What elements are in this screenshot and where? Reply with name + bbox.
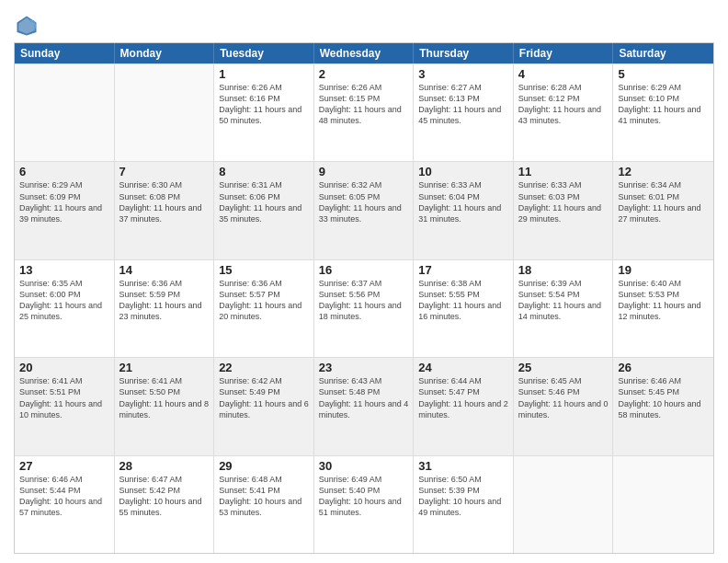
day-info: Sunrise: 6:40 AM Sunset: 5:53 PM Dayligh… bbox=[618, 278, 709, 323]
table-row: 26Sunrise: 6:46 AM Sunset: 5:45 PM Dayli… bbox=[613, 358, 713, 454]
day-number: 31 bbox=[418, 459, 508, 473]
day-info: Sunrise: 6:47 AM Sunset: 5:42 PM Dayligh… bbox=[119, 474, 210, 519]
day-number: 5 bbox=[618, 67, 709, 81]
table-row bbox=[15, 64, 115, 161]
day-info: Sunrise: 6:33 AM Sunset: 6:03 PM Dayligh… bbox=[518, 179, 609, 224]
day-number: 7 bbox=[119, 165, 210, 178]
table-row: 21Sunrise: 6:41 AM Sunset: 5:50 PM Dayli… bbox=[115, 358, 215, 454]
day-info: Sunrise: 6:26 AM Sunset: 6:15 PM Dayligh… bbox=[319, 82, 409, 127]
calendar-week-3: 13Sunrise: 6:35 AM Sunset: 6:00 PM Dayli… bbox=[15, 259, 713, 357]
calendar-week-2: 6Sunrise: 6:29 AM Sunset: 6:09 PM Daylig… bbox=[15, 161, 713, 259]
day-number: 14 bbox=[119, 263, 210, 277]
day-info: Sunrise: 6:48 AM Sunset: 5:41 PM Dayligh… bbox=[219, 474, 309, 519]
logo-icon bbox=[14, 13, 40, 39]
table-row: 8Sunrise: 6:31 AM Sunset: 6:06 PM Daylig… bbox=[214, 162, 314, 259]
table-row: 15Sunrise: 6:36 AM Sunset: 5:57 PM Dayli… bbox=[214, 260, 314, 357]
day-number: 20 bbox=[19, 361, 109, 374]
day-number: 23 bbox=[319, 361, 409, 374]
calendar-week-1: 1Sunrise: 6:26 AM Sunset: 6:16 PM Daylig… bbox=[15, 63, 713, 161]
day-info: Sunrise: 6:45 AM Sunset: 5:46 PM Dayligh… bbox=[518, 375, 609, 420]
header-day-saturday: Saturday bbox=[613, 43, 713, 63]
day-info: Sunrise: 6:27 AM Sunset: 6:13 PM Dayligh… bbox=[418, 82, 508, 127]
table-row: 31Sunrise: 6:50 AM Sunset: 5:39 PM Dayli… bbox=[414, 456, 514, 553]
day-number: 16 bbox=[319, 263, 409, 277]
day-number: 19 bbox=[618, 263, 709, 277]
header-day-tuesday: Tuesday bbox=[214, 43, 314, 63]
day-info: Sunrise: 6:36 AM Sunset: 5:59 PM Dayligh… bbox=[119, 278, 210, 323]
day-info: Sunrise: 6:46 AM Sunset: 5:45 PM Dayligh… bbox=[618, 375, 709, 420]
day-info: Sunrise: 6:41 AM Sunset: 5:51 PM Dayligh… bbox=[19, 375, 109, 420]
calendar-body: 1Sunrise: 6:26 AM Sunset: 6:16 PM Daylig… bbox=[15, 63, 713, 553]
day-number: 1 bbox=[219, 67, 309, 81]
table-row: 29Sunrise: 6:48 AM Sunset: 5:41 PM Dayli… bbox=[214, 456, 314, 553]
day-number: 12 bbox=[618, 165, 709, 178]
table-row: 11Sunrise: 6:33 AM Sunset: 6:03 PM Dayli… bbox=[514, 162, 614, 259]
day-number: 28 bbox=[119, 459, 210, 473]
table-row: 10Sunrise: 6:33 AM Sunset: 6:04 PM Dayli… bbox=[414, 162, 514, 259]
day-info: Sunrise: 6:30 AM Sunset: 6:08 PM Dayligh… bbox=[119, 179, 210, 224]
table-row: 17Sunrise: 6:38 AM Sunset: 5:55 PM Dayli… bbox=[414, 260, 514, 357]
header bbox=[14, 9, 714, 39]
table-row: 4Sunrise: 6:28 AM Sunset: 6:12 PM Daylig… bbox=[514, 64, 614, 161]
header-day-thursday: Thursday bbox=[414, 43, 514, 63]
day-info: Sunrise: 6:37 AM Sunset: 5:56 PM Dayligh… bbox=[319, 278, 409, 323]
header-day-friday: Friday bbox=[514, 43, 614, 63]
day-number: 9 bbox=[319, 165, 409, 178]
day-info: Sunrise: 6:44 AM Sunset: 5:47 PM Dayligh… bbox=[418, 375, 508, 420]
day-number: 27 bbox=[19, 459, 109, 473]
day-info: Sunrise: 6:42 AM Sunset: 5:49 PM Dayligh… bbox=[219, 375, 309, 420]
day-info: Sunrise: 6:31 AM Sunset: 6:06 PM Dayligh… bbox=[219, 179, 309, 224]
day-info: Sunrise: 6:28 AM Sunset: 6:12 PM Dayligh… bbox=[518, 82, 609, 127]
table-row: 7Sunrise: 6:30 AM Sunset: 6:08 PM Daylig… bbox=[115, 162, 215, 259]
table-row: 30Sunrise: 6:49 AM Sunset: 5:40 PM Dayli… bbox=[314, 456, 415, 553]
day-number: 15 bbox=[219, 263, 309, 277]
day-number: 25 bbox=[518, 361, 609, 374]
table-row: 12Sunrise: 6:34 AM Sunset: 6:01 PM Dayli… bbox=[613, 162, 713, 259]
table-row: 22Sunrise: 6:42 AM Sunset: 5:49 PM Dayli… bbox=[214, 358, 314, 454]
day-info: Sunrise: 6:29 AM Sunset: 6:09 PM Dayligh… bbox=[19, 179, 109, 224]
table-row: 13Sunrise: 6:35 AM Sunset: 6:00 PM Dayli… bbox=[15, 260, 115, 357]
calendar-week-5: 27Sunrise: 6:46 AM Sunset: 5:44 PM Dayli… bbox=[15, 455, 713, 553]
table-row: 27Sunrise: 6:46 AM Sunset: 5:44 PM Dayli… bbox=[15, 456, 115, 553]
day-number: 6 bbox=[19, 165, 109, 178]
page: SundayMondayTuesdayWednesdayThursdayFrid… bbox=[0, 0, 728, 563]
day-number: 4 bbox=[518, 67, 609, 81]
table-row: 28Sunrise: 6:47 AM Sunset: 5:42 PM Dayli… bbox=[115, 456, 215, 553]
day-number: 17 bbox=[418, 263, 508, 277]
table-row: 5Sunrise: 6:29 AM Sunset: 6:10 PM Daylig… bbox=[613, 64, 713, 161]
table-row: 9Sunrise: 6:32 AM Sunset: 6:05 PM Daylig… bbox=[314, 162, 415, 259]
calendar-week-4: 20Sunrise: 6:41 AM Sunset: 5:51 PM Dayli… bbox=[15, 357, 713, 454]
day-info: Sunrise: 6:43 AM Sunset: 5:48 PM Dayligh… bbox=[319, 375, 409, 420]
header-day-monday: Monday bbox=[115, 43, 215, 63]
calendar: SundayMondayTuesdayWednesdayThursdayFrid… bbox=[14, 42, 714, 554]
table-row: 20Sunrise: 6:41 AM Sunset: 5:51 PM Dayli… bbox=[15, 358, 115, 454]
calendar-header-row: SundayMondayTuesdayWednesdayThursdayFrid… bbox=[15, 43, 713, 63]
table-row: 25Sunrise: 6:45 AM Sunset: 5:46 PM Dayli… bbox=[514, 358, 614, 454]
table-row: 16Sunrise: 6:37 AM Sunset: 5:56 PM Dayli… bbox=[314, 260, 415, 357]
day-number: 2 bbox=[319, 67, 409, 81]
day-number: 3 bbox=[418, 67, 508, 81]
header-day-wednesday: Wednesday bbox=[314, 43, 415, 63]
day-number: 13 bbox=[19, 263, 109, 277]
day-info: Sunrise: 6:38 AM Sunset: 5:55 PM Dayligh… bbox=[418, 278, 508, 323]
day-info: Sunrise: 6:36 AM Sunset: 5:57 PM Dayligh… bbox=[219, 278, 309, 323]
day-number: 21 bbox=[119, 361, 210, 374]
day-number: 8 bbox=[219, 165, 309, 178]
header-day-sunday: Sunday bbox=[15, 43, 115, 63]
table-row bbox=[115, 64, 215, 161]
day-info: Sunrise: 6:26 AM Sunset: 6:16 PM Dayligh… bbox=[219, 82, 309, 127]
day-info: Sunrise: 6:32 AM Sunset: 6:05 PM Dayligh… bbox=[319, 179, 409, 224]
day-number: 30 bbox=[319, 459, 409, 473]
table-row: 24Sunrise: 6:44 AM Sunset: 5:47 PM Dayli… bbox=[414, 358, 514, 454]
table-row: 2Sunrise: 6:26 AM Sunset: 6:15 PM Daylig… bbox=[314, 64, 415, 161]
day-info: Sunrise: 6:41 AM Sunset: 5:50 PM Dayligh… bbox=[119, 375, 210, 420]
table-row bbox=[613, 456, 713, 553]
day-number: 18 bbox=[518, 263, 609, 277]
day-info: Sunrise: 6:46 AM Sunset: 5:44 PM Dayligh… bbox=[19, 474, 109, 519]
day-info: Sunrise: 6:35 AM Sunset: 6:00 PM Dayligh… bbox=[19, 278, 109, 323]
table-row: 18Sunrise: 6:39 AM Sunset: 5:54 PM Dayli… bbox=[514, 260, 614, 357]
day-number: 22 bbox=[219, 361, 309, 374]
table-row: 19Sunrise: 6:40 AM Sunset: 5:53 PM Dayli… bbox=[613, 260, 713, 357]
table-row bbox=[514, 456, 614, 553]
table-row: 6Sunrise: 6:29 AM Sunset: 6:09 PM Daylig… bbox=[15, 162, 115, 259]
